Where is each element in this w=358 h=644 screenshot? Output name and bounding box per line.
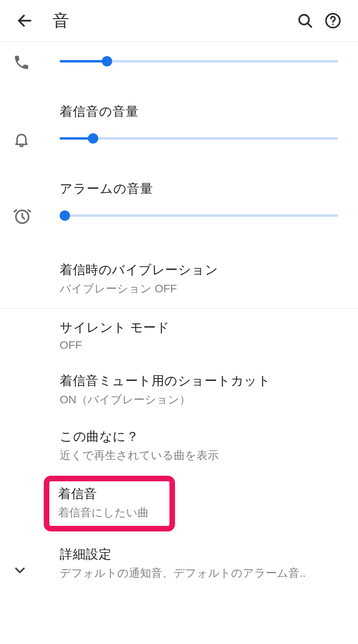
search-button[interactable] <box>291 7 319 35</box>
chevron-down-icon <box>12 562 28 578</box>
alarm-volume-row: アラームの音量 <box>0 164 358 245</box>
svg-point-4 <box>332 23 334 25</box>
phone-icon <box>13 54 30 71</box>
page-title: 音 <box>53 10 291 32</box>
mute-shortcut-item[interactable]: 着信音ミュート用のショートカット ON（バイブレーション） <box>0 362 358 418</box>
help-icon <box>324 12 342 29</box>
silent-sub: OFF <box>60 339 342 352</box>
slider-thumb[interactable] <box>60 210 70 221</box>
advanced-title: 詳細設定 <box>60 546 342 563</box>
nowplay-sub: 近くで再生されている曲を表示 <box>60 448 342 463</box>
vibration-title: 着信時のバイブレーション <box>60 261 342 279</box>
alarm-icon <box>13 206 32 226</box>
vibration-item[interactable]: 着信時のバイブレーション バイブレーション OFF <box>0 245 358 308</box>
alarm-volume-slider[interactable] <box>60 210 338 222</box>
alarm-volume-label: アラームの音量 <box>60 180 338 198</box>
now-playing-item[interactable]: この曲なに？ 近くで再生されている曲を表示 <box>0 418 358 473</box>
ringtone-sub: 着信音にしたい曲 <box>58 505 161 520</box>
silent-title: サイレント モード <box>60 319 342 337</box>
ringtone-item[interactable]: 着信音 着信音にしたい曲 <box>44 476 175 531</box>
ring-volume-row: 着信音の音量 <box>0 87 358 164</box>
silent-mode-item[interactable]: サイレント モード OFF <box>0 309 358 362</box>
shortcut-title: 着信音ミュート用のショートカット <box>60 372 342 390</box>
search-icon <box>297 12 313 29</box>
ring-volume-label: 着信音の音量 <box>60 103 338 121</box>
slider-thumb[interactable] <box>102 56 112 66</box>
app-bar: 音 <box>0 0 358 42</box>
shortcut-sub: ON（バイブレーション） <box>60 392 342 407</box>
svg-line-2 <box>307 23 311 27</box>
help-button[interactable] <box>319 7 347 35</box>
nowplay-title: この曲なに？ <box>60 428 342 446</box>
advanced-sub: デフォルトの通知音、デフォルトのアラーム音.. <box>60 566 342 581</box>
vibration-sub: バイブレーション OFF <box>60 281 342 296</box>
back-button[interactable] <box>13 9 37 33</box>
advanced-item[interactable]: 詳細設定 デフォルトの通知音、デフォルトのアラーム音.. <box>0 534 358 589</box>
bell-icon <box>13 131 30 148</box>
arrow-left-icon <box>16 12 33 29</box>
ring-volume-slider[interactable] <box>60 132 338 144</box>
call-volume-slider[interactable] <box>60 55 338 67</box>
ringtone-title: 着信音 <box>58 485 161 503</box>
slider-thumb[interactable] <box>88 133 98 144</box>
call-volume-row <box>0 42 358 87</box>
